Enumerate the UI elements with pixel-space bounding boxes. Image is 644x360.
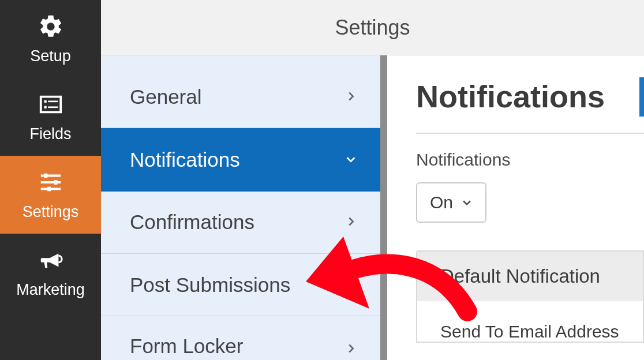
svg-rect-3 xyxy=(48,106,58,108)
toggle-value: On xyxy=(430,193,453,212)
svg-rect-0 xyxy=(44,100,46,103)
sidebar-item-marketing[interactable]: Marketing xyxy=(0,234,101,312)
detail-panel: Notifications Notifications On Default N… xyxy=(387,55,644,360)
list-icon xyxy=(36,89,66,119)
subnav-item-post-submissions[interactable]: Post Submissions xyxy=(101,254,380,316)
settings-subnav: General Notifications Confirmations xyxy=(101,55,387,360)
subnav-label: Confirmations xyxy=(130,211,254,234)
subnav-label: Post Submissions xyxy=(130,273,290,297)
sidebar-item-setup[interactable]: Setup xyxy=(0,0,101,78)
page-title: Settings xyxy=(335,16,410,40)
sidebar-item-label: Settings xyxy=(23,203,79,221)
app-root: Setup Fields Settings Marketing Settings xyxy=(0,0,644,360)
default-notification-panel: Default Notification Send To Email Addre… xyxy=(416,250,644,343)
sidebar-item-fields[interactable]: Fields xyxy=(0,78,101,156)
sidebar-item-label: Fields xyxy=(29,125,71,143)
accent-bar xyxy=(639,77,644,117)
panel-body: Send To Email Address xyxy=(417,301,643,342)
subnav-label: Notifications xyxy=(130,148,240,171)
divider xyxy=(416,133,644,134)
chevron-right-icon xyxy=(345,340,357,358)
subnav-item-general[interactable]: General xyxy=(101,66,380,128)
chevron-down-icon xyxy=(461,197,473,208)
notifications-toggle-select[interactable]: On xyxy=(416,182,486,223)
svg-rect-6 xyxy=(47,187,51,192)
detail-title: Notifications xyxy=(416,78,605,114)
subnav-item-form-locker[interactable]: Form Locker xyxy=(101,316,380,360)
svg-rect-5 xyxy=(54,180,57,185)
svg-rect-2 xyxy=(44,106,46,108)
svg-rect-4 xyxy=(44,174,47,178)
sidebar-item-label: Marketing xyxy=(16,281,85,299)
sidebar-item-label: Setup xyxy=(30,47,71,65)
chevron-right-icon xyxy=(345,88,357,106)
sliders-icon xyxy=(36,167,66,197)
toggle-label: Notifications xyxy=(416,150,644,170)
panel-header: Default Notification xyxy=(417,252,643,301)
content-row: General Notifications Confirmations xyxy=(101,55,644,360)
top-bar: Settings xyxy=(101,0,644,55)
chevron-right-icon xyxy=(345,213,357,231)
chevron-right-icon xyxy=(345,276,357,294)
gear-icon xyxy=(36,12,66,42)
megaphone-icon xyxy=(36,245,66,275)
detail-title-row: Notifications xyxy=(416,78,644,114)
send-to-label: Send To Email Address xyxy=(440,322,620,342)
svg-rect-1 xyxy=(48,100,58,102)
subnav-item-notifications[interactable]: Notifications xyxy=(101,128,380,192)
subnav-label: General xyxy=(130,85,202,108)
subnav-label: Form Locker xyxy=(130,335,243,358)
chevron-down-icon xyxy=(345,151,357,168)
subnav-item-confirmations[interactable]: Confirmations xyxy=(101,192,380,254)
primary-sidebar: Setup Fields Settings Marketing xyxy=(0,0,101,360)
sidebar-item-settings[interactable]: Settings xyxy=(0,156,101,234)
main-area: Settings General Notifications xyxy=(101,0,644,360)
